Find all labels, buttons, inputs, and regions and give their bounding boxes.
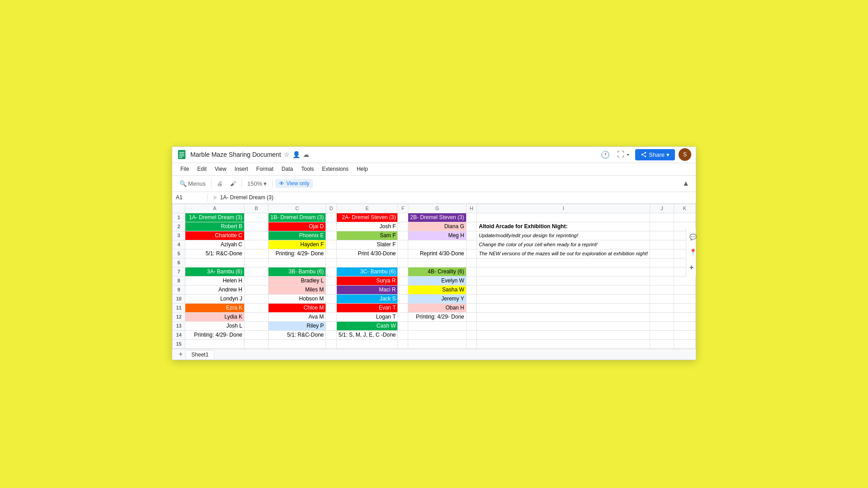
add-widget-icon[interactable]: + — [688, 262, 694, 273]
menu-help[interactable]: Help — [353, 164, 372, 174]
cell-a10[interactable]: Londyn J — [185, 294, 245, 303]
cell-d2[interactable] — [326, 222, 336, 231]
cell-d6[interactable] — [326, 258, 336, 267]
cell-f13[interactable] — [398, 321, 408, 330]
menu-extensions[interactable]: Extensions — [318, 164, 352, 174]
cell-a15[interactable] — [185, 339, 245, 348]
cell-a8[interactable]: Helen H — [185, 276, 245, 285]
cell-f5[interactable] — [398, 249, 408, 258]
cell-d10[interactable] — [326, 294, 336, 303]
cell-f14[interactable] — [398, 330, 408, 339]
cell-a7[interactable]: 3A- Bambu (6) — [185, 267, 245, 276]
cell-k13[interactable] — [674, 321, 695, 330]
collapse-toolbar-button[interactable]: ▲ — [680, 178, 691, 189]
cell-i3[interactable]: Update/modify/edit your design for repri… — [477, 231, 650, 240]
cell-i4[interactable]: Change the color of your cell when ready… — [477, 240, 650, 249]
cell-g13[interactable] — [408, 321, 466, 330]
cell-d1[interactable] — [326, 213, 336, 222]
cell-c15[interactable] — [269, 339, 326, 348]
sheet-tab-sheet1[interactable]: Sheet1 — [185, 350, 214, 359]
cell-b3[interactable] — [245, 231, 269, 240]
cell-c2[interactable]: Ojai D — [269, 222, 326, 231]
menu-edit[interactable]: Edit — [193, 164, 210, 174]
cell-h4[interactable] — [466, 240, 476, 249]
cell-j6[interactable] — [650, 258, 674, 267]
cell-i11[interactable] — [477, 303, 650, 312]
cell-h10[interactable] — [466, 294, 476, 303]
cell-b7[interactable] — [245, 267, 269, 276]
cell-g2[interactable]: Diana G — [408, 222, 466, 231]
cell-j4[interactable] — [650, 240, 674, 249]
cell-e13[interactable]: Cash W — [336, 321, 398, 330]
cell-k12[interactable] — [674, 312, 695, 321]
cell-d12[interactable] — [326, 312, 336, 321]
map-icon[interactable]: 📍 — [688, 247, 694, 257]
cell-b8[interactable] — [245, 276, 269, 285]
cell-h13[interactable] — [466, 321, 476, 330]
cell-i14[interactable] — [477, 330, 650, 339]
cell-d4[interactable] — [326, 240, 336, 249]
cell-g6[interactable] — [408, 258, 466, 267]
history-button[interactable]: 🕐 — [599, 149, 612, 161]
cell-g9[interactable]: Sasha W — [408, 285, 466, 294]
cell-c8[interactable]: Bradley L — [269, 276, 326, 285]
menu-format[interactable]: Format — [253, 164, 277, 174]
cell-h3[interactable] — [466, 231, 476, 240]
cell-c5[interactable]: Printing: 4/29- Done — [269, 249, 326, 258]
cell-d13[interactable] — [326, 321, 336, 330]
menu-tools[interactable]: Tools — [297, 164, 317, 174]
cell-g3[interactable]: Meg H — [408, 231, 466, 240]
cell-e9[interactable]: Maci R — [336, 285, 398, 294]
cell-c10[interactable]: Hobson M — [269, 294, 326, 303]
cell-b14[interactable] — [245, 330, 269, 339]
cell-i2[interactable]: Altoid Arcade for Exhibition Night: — [477, 222, 650, 231]
cell-i7[interactable] — [477, 267, 650, 276]
cell-f2[interactable] — [398, 222, 408, 231]
cell-g10[interactable]: Jeremy Y — [408, 294, 466, 303]
cell-j2[interactable] — [650, 222, 674, 231]
cell-e10[interactable]: Jack S — [336, 294, 398, 303]
cell-c3[interactable]: Phoenix E — [269, 231, 326, 240]
cell-e1[interactable]: 2A- Dremel Steven (3) — [336, 213, 398, 222]
cell-i13[interactable] — [477, 321, 650, 330]
cell-e6[interactable] — [336, 258, 398, 267]
user-icon[interactable]: 👤 — [292, 151, 300, 158]
cell-g15[interactable] — [408, 339, 466, 348]
cell-j13[interactable] — [650, 321, 674, 330]
cell-c1[interactable]: 1B- Dremel Dream (3) — [269, 213, 326, 222]
cell-k9[interactable] — [674, 285, 695, 294]
cell-h2[interactable] — [466, 222, 476, 231]
cell-c9[interactable]: Miles M — [269, 285, 326, 294]
zoom-button[interactable]: 150% ▾ — [245, 179, 269, 188]
cell-i15[interactable] — [477, 339, 650, 348]
cell-c6[interactable] — [269, 258, 326, 267]
cell-i8[interactable] — [477, 276, 650, 285]
cell-f10[interactable] — [398, 294, 408, 303]
cell-h15[interactable] — [466, 339, 476, 348]
cell-j12[interactable] — [650, 312, 674, 321]
cell-g8[interactable]: Evelyn W — [408, 276, 466, 285]
cell-g1[interactable]: 2B- Dremel Steven (3) — [408, 213, 466, 222]
cell-a9[interactable]: Andrew H — [185, 285, 245, 294]
menu-file[interactable]: File — [177, 164, 193, 174]
cell-j5[interactable] — [650, 249, 674, 258]
cell-c14[interactable]: 5/1: R&C-Done — [269, 330, 326, 339]
cell-i9[interactable] — [477, 285, 650, 294]
cell-c11[interactable]: Chloe M — [269, 303, 326, 312]
cell-h7[interactable] — [466, 267, 476, 276]
cell-h12[interactable] — [466, 312, 476, 321]
cell-e14[interactable]: 5/1: S, M, J, E, C -Done — [336, 330, 398, 339]
cell-e2[interactable]: Josh F — [336, 222, 398, 231]
zoom-mode-button[interactable]: ⛶ ▾ — [615, 149, 632, 160]
cell-d11[interactable] — [326, 303, 336, 312]
cell-h5[interactable] — [466, 249, 476, 258]
cell-k14[interactable] — [674, 330, 695, 339]
cell-i1[interactable] — [477, 213, 650, 222]
menu-insert[interactable]: Insert — [231, 164, 252, 174]
cell-g14[interactable] — [408, 330, 466, 339]
cell-j1[interactable] — [650, 213, 674, 222]
cell-b15[interactable] — [245, 339, 269, 348]
cell-j15[interactable] — [650, 339, 674, 348]
cell-k8[interactable] — [674, 276, 695, 285]
menu-view[interactable]: View — [211, 164, 230, 174]
